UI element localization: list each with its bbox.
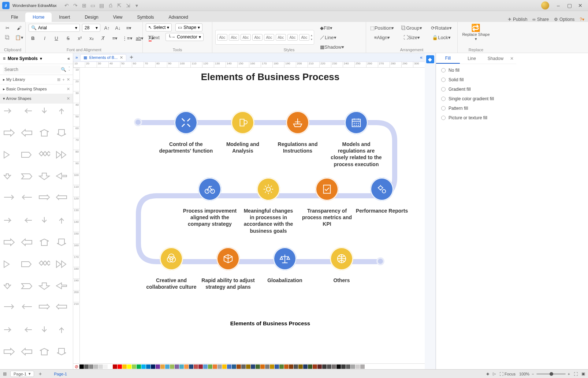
color-swatch[interactable] (127, 364, 131, 369)
arrow-shape[interactable] (37, 237, 51, 247)
color-swatch[interactable] (175, 364, 179, 369)
process-node[interactable]: Creative and collaborative culture (144, 247, 199, 290)
arrow-shape[interactable] (20, 281, 34, 291)
color-swatch[interactable] (98, 364, 103, 369)
arrow-shape[interactable] (37, 281, 51, 291)
arrow-shape[interactable] (37, 150, 51, 160)
arrow-shape[interactable] (2, 237, 16, 247)
align-dropdown[interactable]: ≡ Align▾ (369, 33, 395, 42)
process-node[interactable]: Process improvement aligned with the com… (182, 177, 237, 228)
fullscreen-icon[interactable]: ▣ (581, 371, 585, 376)
arrow-shape[interactable] (2, 325, 16, 335)
line-dropdown[interactable]: ／ Line ▾ (319, 33, 346, 42)
fill-option[interactable]: Picture or texture fill (441, 115, 511, 120)
fill-option[interactable]: No fill (441, 68, 511, 73)
color-swatch[interactable] (141, 364, 146, 369)
fill-option[interactable]: Solid fill (441, 77, 511, 82)
color-swatch[interactable] (351, 364, 355, 369)
color-swatch[interactable] (113, 364, 117, 369)
help-button[interactable]: ?▾ (580, 17, 584, 22)
arrow-shape[interactable] (55, 193, 68, 203)
undo-icon[interactable]: ↶ (64, 3, 69, 8)
arrow-shape[interactable] (55, 281, 68, 291)
color-swatch[interactable] (170, 364, 174, 369)
lock-dropdown[interactable]: 🔒 Lock▾ (428, 33, 454, 42)
arrow-shape[interactable] (37, 259, 51, 269)
color-swatch[interactable] (89, 364, 93, 369)
arrow-shape[interactable] (37, 347, 51, 357)
tab-view[interactable]: View (106, 12, 130, 22)
fit-page-icon[interactable]: ⛶ (574, 372, 578, 376)
connector-tool[interactable]: └→ Connector ▾ (165, 33, 204, 41)
diagram[interactable]: Elements of Business Process Control of … (94, 71, 425, 94)
copy-icon[interactable]: ⿻ (3, 33, 12, 42)
arrow-shape[interactable] (20, 106, 34, 116)
fill-option[interactable]: Gradient fill (441, 87, 511, 92)
color-swatch[interactable] (108, 364, 112, 369)
arrow-shape[interactable] (55, 171, 68, 181)
import-icon[interactable]: ⇲ (126, 3, 131, 8)
arrow-shape[interactable] (20, 259, 34, 269)
more-icon[interactable]: ▾ (134, 3, 139, 8)
arrow-shape[interactable] (37, 193, 51, 203)
select-tool[interactable]: ↖ Select ▾ (146, 23, 172, 31)
style-preset[interactable]: Abc (276, 34, 286, 41)
hamburger-icon[interactable]: ≡ (3, 56, 5, 61)
paste-icon[interactable]: 📋▾ (15, 33, 23, 42)
shape-tool[interactable]: ▭ Shape ▾ (175, 23, 202, 31)
tab-home[interactable]: Home (25, 12, 52, 22)
color-swatch[interactable] (341, 364, 346, 369)
color-swatch[interactable] (156, 364, 160, 369)
color-swatch[interactable] (84, 364, 89, 369)
document-tab[interactable]: ▦ Elements of B... ✕ (80, 54, 127, 61)
process-node[interactable]: Meaningful changes in processes in accor… (241, 177, 296, 234)
color-swatch[interactable] (317, 364, 322, 369)
arrow-shape[interactable] (55, 150, 68, 160)
font-name-select[interactable]: 🔍 Arial ▾ (29, 24, 80, 32)
color-swatch[interactable] (146, 364, 150, 369)
arrow-shape[interactable] (20, 128, 34, 138)
superscript-icon[interactable]: x² (75, 34, 84, 42)
rotate-dropdown[interactable]: ⟳ Rotate▾ (428, 23, 454, 32)
page-view-icon[interactable]: ▥ (3, 371, 7, 376)
process-node[interactable]: Others (314, 247, 369, 284)
expand-panel-icon[interactable]: » (75, 55, 78, 60)
cat-arrow-shapes[interactable]: ▾ Arrow Shapes✕ (0, 94, 73, 104)
color-swatch[interactable] (360, 364, 365, 369)
tab-advanced[interactable]: Advanced (161, 12, 196, 22)
color-swatch[interactable] (160, 364, 165, 369)
share-button[interactable]: ∞ Share (532, 17, 549, 22)
maximize-button[interactable]: ▢ (564, 0, 575, 11)
arrow-shape[interactable] (55, 215, 68, 225)
strike-icon[interactable]: S̶ (64, 34, 72, 42)
close-tab-icon[interactable]: ✕ (120, 55, 123, 60)
arrow-shape[interactable] (2, 150, 16, 160)
color-swatch[interactable] (327, 364, 331, 369)
process-node[interactable]: Transparency of process metrics and KPI (299, 177, 354, 228)
add-page-icon[interactable]: ＋ (38, 371, 43, 377)
color-swatch[interactable] (165, 364, 170, 369)
color-swatch[interactable] (246, 364, 250, 369)
shrink-font-icon[interactable]: A↓ (113, 23, 122, 32)
close-button[interactable]: ✕ (575, 0, 586, 11)
process-node[interactable]: Gloabalization (257, 247, 312, 284)
color-swatch[interactable] (241, 364, 246, 369)
arrow-shape[interactable] (2, 347, 16, 357)
style-preset[interactable]: Abc (287, 34, 298, 41)
more-symbols-label[interactable]: More Symbols (8, 56, 38, 61)
color-swatch[interactable] (222, 364, 227, 369)
color-palette-bar[interactable]: ⊘ (73, 363, 425, 369)
style-preset[interactable]: Abc (241, 34, 251, 41)
collapse-panel-icon[interactable]: « (67, 56, 70, 61)
color-swatch[interactable] (94, 364, 98, 369)
search-icon[interactable]: 🔍 (61, 67, 66, 72)
color-swatch[interactable] (194, 364, 198, 369)
cat-basic-shapes[interactable]: ▸ Basic Drawing Shapes✕ (0, 85, 73, 94)
color-swatch[interactable] (275, 364, 279, 369)
arrow-shape[interactable] (2, 259, 16, 269)
process-node[interactable]: Models and regulations are closely relat… (329, 111, 384, 168)
replace-shape-button[interactable]: 🔁 Replace Shape ▾ (462, 23, 490, 41)
arrow-shape[interactable] (55, 303, 68, 313)
color-swatch[interactable] (208, 364, 212, 369)
user-avatar[interactable] (541, 1, 549, 10)
